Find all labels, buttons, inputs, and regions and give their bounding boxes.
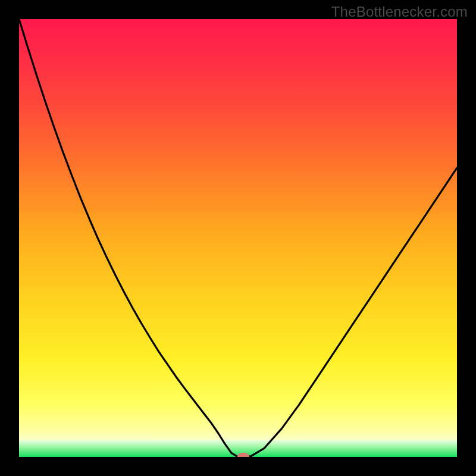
svg-rect-1	[19, 440, 457, 457]
chart-svg	[19, 19, 457, 457]
plot-area	[19, 19, 457, 457]
svg-rect-0	[19, 19, 457, 457]
watermark-text: TheBottlenecker.com	[331, 4, 468, 20]
chart-frame: TheBottlenecker.com	[0, 0, 476, 476]
